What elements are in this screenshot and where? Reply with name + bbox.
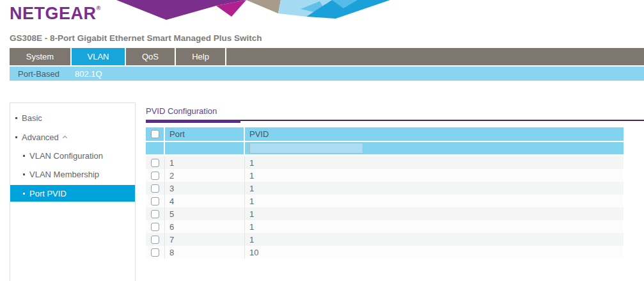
sidebar-item-label: Port PVID — [29, 189, 67, 198]
table-row: 7 1 — [146, 233, 624, 246]
row-checkbox[interactable] — [151, 184, 159, 193]
checkbox-cell — [146, 233, 165, 246]
pvid-cell: 1 — [245, 233, 624, 246]
page-header: NETGEAR® GS308E - 8-Port Gigabit Etherne… — [0, 0, 644, 48]
title-underline-thick — [146, 120, 240, 123]
sidebar-item-port-pvid[interactable]: Port PVID — [10, 185, 135, 202]
tab-qos[interactable]: QoS — [126, 48, 175, 65]
port-cell: 6 — [165, 220, 245, 233]
tab-system[interactable]: System — [10, 48, 70, 65]
subnav-item-8021q[interactable]: 802.1Q — [75, 69, 102, 79]
row-checkbox[interactable] — [151, 210, 159, 218]
sidebar-item-label: VLAN Configuration — [29, 151, 103, 161]
vlan-subnav: Port-Based 802.1Q — [10, 67, 644, 81]
pvid-input[interactable] — [249, 143, 363, 154]
input-row-spacer — [146, 142, 165, 156]
pvid-cell: 1 — [245, 195, 624, 207]
sidebar-item-vlan-configuration[interactable]: VLAN Configuration — [10, 147, 135, 165]
registered-mark: ® — [97, 5, 101, 12]
sidebar: Basic Advanced VLAN Configuration VLAN M… — [10, 102, 136, 281]
checkbox-cell — [146, 246, 165, 259]
pvid-cell: 1 — [245, 169, 624, 182]
port-cell: 1 — [165, 156, 245, 169]
pvid-cell: 1 — [245, 220, 624, 233]
port-cell: 3 — [165, 182, 245, 195]
row-checkbox[interactable] — [151, 172, 159, 180]
table-row: 1 1 — [146, 156, 624, 169]
port-cell: 8 — [165, 246, 245, 259]
pvid-cell: 10 — [245, 246, 624, 259]
input-row-spacer — [165, 142, 245, 156]
content-area: Basic Advanced VLAN Configuration VLAN M… — [10, 102, 644, 281]
bullet-icon — [15, 136, 17, 138]
table-row: 4 1 — [146, 195, 624, 207]
table-row: 3 1 — [146, 182, 624, 195]
sidebar-item-vlan-membership[interactable]: VLAN Membership — [10, 165, 135, 184]
sidebar-item-advanced[interactable]: Advanced — [10, 127, 135, 147]
port-cell: 7 — [165, 233, 245, 246]
column-header-pvid: PVID — [245, 127, 624, 142]
select-all-checkbox[interactable] — [151, 130, 159, 138]
table-row: 2 1 — [146, 169, 624, 182]
checkbox-cell — [146, 195, 165, 207]
column-header-port: Port — [165, 127, 245, 142]
row-checkbox[interactable] — [151, 248, 159, 257]
banner-decoration — [114, 0, 397, 20]
tab-vlan[interactable]: VLAN — [72, 48, 125, 65]
bullet-icon — [23, 155, 25, 157]
bullet-icon — [23, 173, 25, 175]
subnav-item-port-based[interactable]: Port-Based — [18, 69, 59, 79]
chevron-up-icon — [63, 136, 67, 140]
row-checkbox[interactable] — [151, 159, 159, 167]
pvid-cell: 1 — [245, 182, 624, 195]
main-nav: System VLAN QoS Help — [10, 48, 644, 65]
title-underline — [146, 120, 644, 123]
checkbox-cell — [146, 220, 165, 233]
port-cell: 5 — [165, 207, 245, 220]
sidebar-item-label: Basic — [22, 113, 42, 123]
sidebar-item-label: Advanced — [22, 132, 59, 142]
row-checkbox[interactable] — [151, 197, 159, 205]
pvid-cell: 1 — [245, 156, 624, 169]
checkbox-cell — [146, 169, 165, 182]
checkbox-cell — [146, 182, 165, 195]
table-row: 6 1 — [146, 220, 624, 233]
checkbox-cell — [146, 156, 165, 169]
bullet-icon — [23, 193, 25, 195]
table-row: 8 10 — [146, 246, 624, 259]
pvid-table: Port PVID 1 1 — [146, 127, 624, 259]
bullet-icon — [15, 117, 17, 119]
netgear-logo: NETGEAR® — [10, 4, 101, 24]
pvid-input-cell — [245, 142, 624, 156]
row-checkbox[interactable] — [151, 223, 159, 231]
select-all-cell — [146, 127, 165, 142]
nav-filler — [226, 48, 644, 65]
sidebar-item-label: VLAN Membership — [29, 170, 99, 179]
table-input-row — [146, 142, 624, 156]
table-header-row: Port PVID — [146, 127, 624, 142]
tab-help[interactable]: Help — [176, 48, 225, 65]
checkbox-cell — [146, 207, 165, 220]
port-cell: 2 — [165, 169, 245, 182]
page-title: PVID Configuration — [146, 106, 644, 116]
port-cell: 4 — [165, 195, 245, 207]
pvid-cell: 1 — [245, 207, 624, 220]
row-checkbox[interactable] — [151, 236, 159, 244]
device-title: GS308E - 8-Port Gigabit Ethernet Smart M… — [10, 33, 262, 43]
table-row: 5 1 — [146, 207, 624, 220]
sidebar-item-basic[interactable]: Basic — [10, 108, 135, 127]
main-panel: PVID Configuration Port PVID — [146, 102, 644, 259]
